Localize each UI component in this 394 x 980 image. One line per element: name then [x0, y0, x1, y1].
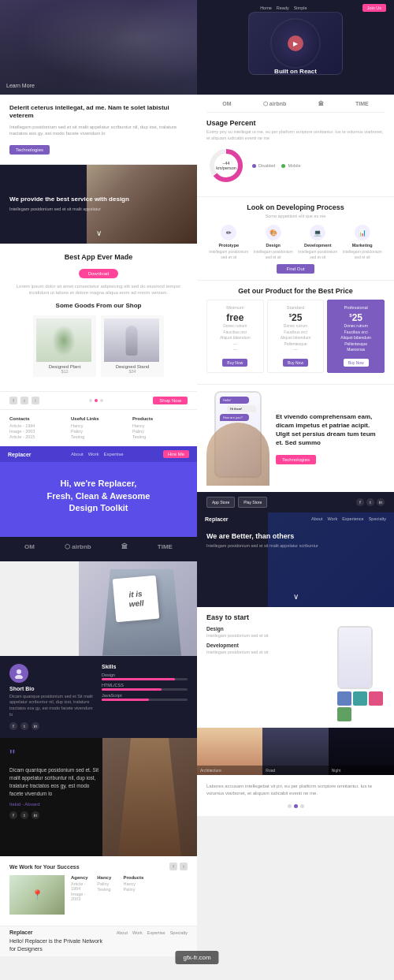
lorem-btn[interactable]: Technologies [9, 145, 50, 155]
bottom-text-section: Labores accusam intellegebat vit pri, eu… [197, 775, 394, 816]
plan-min-btn[interactable]: Buy Now [222, 359, 247, 367]
better-scroll-arrow[interactable]: ∨ [293, 592, 299, 601]
scroll-arrow[interactable]: ∨ [96, 229, 102, 237]
chart-legend: Disabled Mobile [252, 163, 385, 168]
profile-social-in[interactable]: in [32, 722, 39, 730]
right-nav-simple[interactable]: Simple [294, 6, 307, 10]
right-nav-home[interactable]: Home [260, 6, 272, 10]
better-nav-experience[interactable]: Experience [342, 516, 364, 521]
process-btn[interactable]: Find Out [277, 264, 314, 274]
profile-social-fb[interactable]: f [9, 722, 17, 730]
profile-icon [9, 664, 28, 683]
facebook-icon[interactable]: f [9, 397, 17, 404]
shop-button[interactable]: Shop Now [153, 397, 188, 404]
plan-std-name: Standard [271, 305, 321, 310]
plan-std-feat5: — [271, 347, 321, 352]
better-logo: Replacer [205, 516, 229, 522]
it-is-well-section: it iswell [0, 561, 197, 656]
skills-section: Skills Design HTML/CSS JavaScript [102, 664, 188, 731]
profile-social-tw[interactable]: t [20, 722, 28, 730]
work-footer-section: We Work for Your Success f t Agency Arti… [0, 856, 197, 926]
plan-pro-btn[interactable]: Buy Now [344, 359, 369, 367]
purple-nav-expertise[interactable]: Expertise [104, 452, 124, 456]
footer-col2-item1: Hancy [71, 423, 126, 428]
bestapp-body: Lorem ipsum dolor sit amet consectetur a… [9, 283, 188, 296]
legend-dot-green [281, 164, 285, 168]
product-image-plant [36, 319, 91, 362]
testimonial-social-fb[interactable]: f [9, 811, 17, 819]
easy-phone-screen [339, 628, 371, 687]
gallery-road-overlay: Road [262, 766, 328, 775]
legend-label-mobile: Mobile [288, 163, 300, 168]
skill-html-fill [102, 688, 162, 691]
bestapp-download-btn[interactable]: Download [79, 269, 119, 278]
bottom-nav-about[interactable]: About [117, 930, 128, 935]
appstore-social-tw[interactable]: t [366, 498, 374, 506]
twitter-icon[interactable]: t [20, 397, 28, 404]
footer-col-3: Products Hancy Paliny Testing [132, 416, 188, 440]
dark-title: We provide the best service with design [9, 196, 129, 203]
appstore-social-fb[interactable]: f [356, 498, 364, 506]
right-nav-cta[interactable]: Join Us [362, 4, 386, 12]
bottom-hero-text: Hello! Replacer is the Private Networkfo… [9, 937, 188, 953]
appstore-social-in[interactable]: in [377, 498, 385, 506]
right-header-section: Home Ready Simple Join Us ▶ Built on Rea… [197, 0, 394, 95]
page-dot-r3[interactable] [300, 804, 304, 808]
bottom-nav-expertise[interactable]: Expertise [147, 930, 165, 935]
purple-cta-btn[interactable]: Hire Me [163, 450, 189, 458]
page-dot-3[interactable] [100, 399, 103, 402]
product-card-2[interactable]: Designed Stand $34 [101, 315, 164, 377]
process-section: Look on Developing Process Some appetiti… [197, 196, 394, 280]
testimonial-social-tw[interactable]: t [20, 811, 28, 819]
purple-nav-work[interactable]: Work [88, 452, 99, 456]
page-dot-1[interactable] [89, 399, 92, 402]
left-column: Learn More Delerit ceterus intellegat, a… [0, 0, 197, 956]
skill-js-label: JavaScript [102, 693, 188, 698]
footer-col3-item2: Paliny [132, 429, 188, 434]
process-steps: ✏ Prototype Intellegam posidonium sed et… [206, 225, 385, 259]
product-grid: Designed Plant $12 Designed Stand $34 [9, 315, 188, 377]
work-col1-item2: Image - 2003 [71, 892, 91, 901]
plan-min-feat2: Faucibus orci [210, 330, 260, 334]
work-social-fb[interactable]: f [169, 863, 177, 870]
product-card-1[interactable]: Designed Plant $12 [33, 315, 96, 377]
step-marketing: 📊 Marketing Intellegam posidonium sed et… [340, 225, 385, 259]
page-dot-r2[interactable] [294, 804, 298, 808]
app-store-btn[interactable]: App Store [206, 497, 235, 508]
instagram-icon[interactable]: i [32, 397, 39, 404]
page-dot-r1[interactable] [288, 804, 292, 808]
better-nav-about[interactable]: About [311, 516, 322, 521]
gallery-section: Architecture Road Night [197, 728, 394, 775]
phone-cta-btn[interactable]: Technologies [276, 455, 316, 464]
right-nav-ready[interactable]: Ready [277, 6, 289, 10]
lorem-body: Intellegam posidonium sed et sit malit a… [9, 124, 188, 137]
analytics-logo-building: 🏛 [318, 101, 324, 107]
easy-step1-title: Design [206, 626, 331, 632]
better-nav-work[interactable]: Work [327, 516, 337, 521]
testimonial-social-icons: f t in [9, 811, 104, 819]
bottom-nav-work[interactable]: Work [132, 930, 143, 935]
plan-std-btn[interactable]: Buy Now [283, 359, 308, 367]
pagination-bar [206, 804, 385, 808]
step-development-name: Development [296, 243, 340, 248]
left-hero-text: Learn More [6, 83, 35, 88]
gallery-night-label: Night [332, 768, 391, 773]
work-social-tw[interactable]: t [180, 863, 188, 870]
purple-nav-about[interactable]: About [71, 452, 84, 456]
purple-nav-items: About Work Expertise [71, 452, 124, 456]
gallery-night-overlay: Night [329, 766, 394, 775]
page-dot-2[interactable] [95, 399, 98, 402]
easy-phone-device [337, 626, 373, 689]
step-development: 💻 Development Intellegam posidonium sed … [296, 225, 340, 259]
bottom-nav-specialty[interactable]: Specialty [170, 930, 188, 935]
play-store-btn[interactable]: Play Store [238, 497, 267, 508]
work-link-col2: Hancy Paliny Testing [97, 875, 117, 915]
testimonial-social-in[interactable]: in [32, 811, 39, 819]
built-on-react-title: Built on React [274, 68, 317, 75]
footer-col1-item1: Article - 1994 [9, 423, 65, 428]
skill-js: JavaScript [102, 693, 188, 701]
play-button[interactable]: ▶ [288, 35, 303, 51]
better-nav-specialty[interactable]: Specialty [369, 516, 386, 521]
bottom-logo: Replacer [9, 930, 33, 935]
hero-learn-more[interactable]: Learn More [6, 83, 35, 88]
